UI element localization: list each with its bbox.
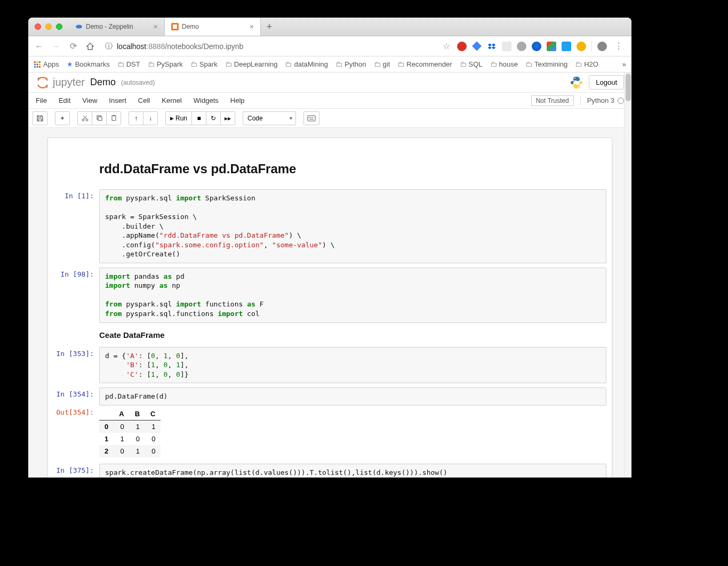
extension-icon[interactable] — [547, 42, 556, 51]
bm-house[interactable]: 🗀house — [490, 60, 518, 68]
restart-run-all-button[interactable]: ▸▸ — [220, 111, 235, 125]
notebook-title[interactable]: Demo — [90, 77, 116, 88]
cell-type-select[interactable]: Code — [243, 111, 296, 125]
paste-button[interactable] — [106, 111, 121, 125]
logout-button[interactable]: Logout — [589, 75, 624, 90]
extension-icon[interactable] — [502, 42, 511, 51]
close-tab-icon[interactable]: × — [154, 22, 158, 31]
bm-datamining[interactable]: 🗀dataMining — [285, 60, 328, 68]
bm-python[interactable]: 🗀Python — [335, 60, 366, 68]
home-button[interactable] — [84, 40, 97, 53]
svg-rect-25 — [309, 117, 310, 118]
extension-icon[interactable] — [562, 42, 571, 51]
notebook-area[interactable]: rdd.DataFrame vs pd.DataFrame In [1]: fr… — [28, 128, 631, 478]
bm-sql[interactable]: 🗀SQL — [460, 60, 483, 68]
dropbox-icon[interactable] — [487, 42, 497, 51]
close-tab-icon[interactable]: × — [250, 22, 254, 31]
kernel-indicator[interactable]: Python 3 — [587, 96, 624, 104]
svg-point-6 — [34, 63, 36, 66]
bm-label: H2O — [584, 60, 598, 68]
bm-label: PySpark — [157, 60, 183, 68]
bm-spark[interactable]: 🗀Spark — [190, 60, 218, 68]
code-input[interactable]: spark.createDataFrame(np.array(list(d.va… — [99, 464, 606, 478]
jupyter-menubar: File Edit View Insert Cell Kernel Widget… — [28, 93, 631, 109]
bookmarks-folder[interactable]: ★Bookmarks — [67, 60, 110, 68]
jupyter-logo[interactable]: jupyter — [36, 76, 85, 90]
menu-insert[interactable]: Insert — [109, 96, 126, 104]
code-input[interactable]: import pandas as pd import numpy as np f… — [99, 268, 606, 323]
browser-window: Demo - Zeppelin × Demo × + ← → ⟳ ⓘ local… — [28, 18, 631, 478]
svg-point-13 — [38, 77, 39, 79]
restart-button[interactable]: ↻ — [206, 111, 221, 125]
menu-widgets[interactable]: Widgets — [194, 96, 219, 104]
profile-avatar[interactable] — [597, 42, 607, 51]
copy-button[interactable] — [92, 111, 107, 125]
extension-icon[interactable] — [532, 42, 541, 51]
extension-icon[interactable] — [577, 42, 586, 51]
maximize-window-button[interactable] — [56, 23, 62, 30]
trust-indicator[interactable]: Not Trusted — [531, 95, 574, 106]
close-window-button[interactable] — [35, 23, 41, 30]
move-up-button[interactable]: ↑ — [129, 111, 143, 125]
back-button[interactable]: ← — [33, 40, 45, 53]
bookmark-star-icon[interactable]: ☆ — [440, 40, 453, 53]
scrollbar-thumb[interactable] — [626, 74, 631, 101]
code-input[interactable]: pd.DataFrame(d) — [99, 387, 606, 406]
bm-textmining[interactable]: 🗀Textmining — [525, 60, 567, 68]
site-info-icon[interactable]: ⓘ — [105, 42, 113, 51]
jupyter-header: jupyter Demo (autosaved) Logout — [28, 72, 631, 93]
browser-tab-demo[interactable]: Demo × — [165, 18, 261, 36]
bm-h2o[interactable]: 🗀H2O — [575, 60, 598, 68]
interrupt-button[interactable]: ■ — [191, 111, 206, 125]
code-input[interactable]: from pyspark.sql import SparkSession spa… — [99, 189, 606, 263]
bm-deeplearning[interactable]: 🗀DeepLearning — [225, 60, 278, 68]
code-cell[interactable]: In [353]: d = {'A': [0, 1, 0], 'B': [1, … — [48, 345, 612, 386]
move-down-button[interactable]: ↓ — [143, 111, 158, 125]
minimize-window-button[interactable] — [45, 23, 52, 30]
cut-button[interactable] — [77, 111, 92, 125]
code-cell[interactable]: In [1]: from pyspark.sql import SparkSes… — [48, 187, 612, 265]
menu-view[interactable]: View — [82, 96, 97, 104]
tab-title: Demo — [182, 23, 199, 30]
extension-icon[interactable] — [517, 42, 526, 51]
chrome-menu-icon[interactable]: ⋮ — [612, 40, 625, 53]
run-button[interactable]: ▶Run — [165, 111, 192, 125]
svg-point-7 — [36, 63, 38, 66]
menu-kernel[interactable]: Kernel — [162, 96, 182, 104]
reload-button[interactable]: ⟳ — [67, 40, 79, 53]
bm-recommender[interactable]: 🗀Recommender — [397, 60, 452, 68]
command-palette-button[interactable] — [303, 111, 319, 125]
in-prompt: In [98]: — [48, 268, 99, 323]
svg-point-14 — [46, 86, 48, 87]
code-cell[interactable]: In [354]: pd.DataFrame(d) — [48, 385, 612, 406]
add-cell-button[interactable]: + — [55, 111, 70, 125]
markdown-cell[interactable]: rdd.DataFrame vs pd.DataFrame — [48, 153, 612, 187]
browser-tab-zeppelin[interactable]: Demo - Zeppelin × — [69, 18, 165, 36]
save-button[interactable] — [33, 111, 47, 125]
code-input[interactable]: d = {'A': [0, 1, 0], 'B': [1, 0, 1], 'C'… — [99, 347, 606, 384]
menu-edit[interactable]: Edit — [59, 96, 70, 104]
menu-cell[interactable]: Cell — [138, 96, 150, 104]
apps-button[interactable]: Apps — [34, 60, 59, 68]
cell-value: 1 — [130, 420, 145, 433]
bm-git[interactable]: 🗀git — [374, 60, 390, 68]
code-cell[interactable]: In [375]: spark.createDataFrame(np.array… — [48, 462, 612, 478]
bookmarks-overflow[interactable]: » — [622, 60, 626, 68]
code-cell[interactable]: In [98]: import pandas as pd import nump… — [48, 265, 612, 325]
markdown-cell[interactable]: Ceate DataFrame — [48, 325, 612, 345]
extension-icon[interactable] — [457, 42, 467, 51]
new-tab-button[interactable]: + — [261, 18, 278, 36]
svg-point-16 — [574, 78, 575, 79]
svg-rect-23 — [113, 115, 115, 116]
scrollbar[interactable] — [624, 72, 631, 478]
bm-dst[interactable]: 🗀DST — [117, 60, 140, 68]
bm-pyspark[interactable]: 🗀PySpark — [148, 60, 183, 68]
zeppelin-favicon — [75, 23, 83, 30]
menu-help[interactable]: Help — [230, 96, 245, 104]
menu-file[interactable]: File — [36, 96, 47, 104]
col-header: B — [130, 408, 145, 421]
forward-button[interactable]: → — [50, 40, 62, 53]
heading: rdd.DataFrame vs pd.DataFrame — [99, 157, 606, 183]
url-input[interactable]: ⓘ localhost:8888/notebooks/Demo.ipynb — [101, 42, 436, 51]
extension-icon[interactable] — [472, 42, 482, 51]
